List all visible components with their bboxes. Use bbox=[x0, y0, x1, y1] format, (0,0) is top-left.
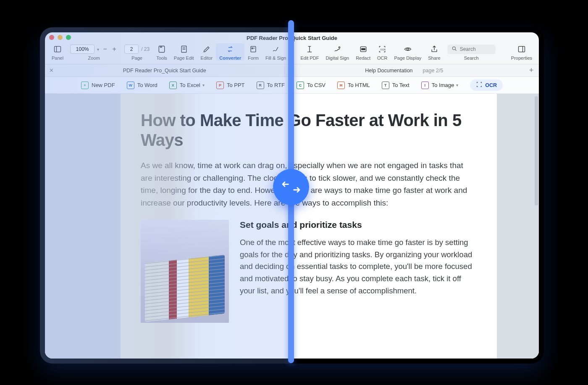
edit-pdf-button[interactable]: Edit PDF bbox=[297, 43, 322, 61]
csv-icon: C bbox=[297, 82, 304, 89]
section-body: One of the most effective ways to make t… bbox=[240, 237, 477, 297]
doc-section: Set goals and prioritize tasks One of th… bbox=[141, 220, 477, 323]
to-text-button[interactable]: TTo Text bbox=[382, 82, 410, 89]
compare-slider-handle[interactable] bbox=[273, 169, 309, 205]
plus-icon: + bbox=[81, 82, 89, 89]
digital-sign-icon bbox=[333, 45, 342, 53]
text-icon: T bbox=[382, 82, 389, 89]
zoom-out-button[interactable]: − bbox=[102, 45, 108, 53]
zoom-input[interactable] bbox=[70, 45, 94, 54]
fill-sign-button[interactable]: Fill & Sign bbox=[262, 43, 290, 61]
ppt-icon: P bbox=[216, 82, 224, 89]
svg-rect-6 bbox=[251, 46, 256, 52]
page-edit-button[interactable]: Page Edit bbox=[171, 43, 197, 61]
editor-icon bbox=[202, 45, 211, 53]
maximize-window-button[interactable] bbox=[66, 35, 71, 40]
search-icon bbox=[452, 46, 457, 53]
redact-icon bbox=[359, 45, 368, 53]
to-word-button[interactable]: WTo Word bbox=[127, 82, 158, 89]
left-gutter bbox=[45, 94, 121, 359]
edit-pdf-icon bbox=[305, 45, 314, 53]
new-pdf-button[interactable]: +New PDF bbox=[81, 82, 115, 89]
ocr-icon: OCR bbox=[378, 45, 387, 53]
svg-point-13 bbox=[407, 48, 409, 50]
svg-line-15 bbox=[455, 49, 456, 50]
svg-rect-7 bbox=[252, 48, 253, 49]
to-csv-button[interactable]: CTo CSV bbox=[297, 82, 326, 89]
converter-button[interactable]: Converter bbox=[216, 43, 244, 61]
search-input[interactable] bbox=[460, 46, 489, 52]
swap-arrows-icon bbox=[281, 179, 302, 195]
properties-button[interactable]: Properties bbox=[508, 43, 536, 61]
share-icon bbox=[430, 45, 439, 53]
editor-button[interactable]: Editor bbox=[197, 43, 216, 61]
to-rtf-button[interactable]: RTo RTF bbox=[257, 82, 285, 89]
svg-rect-16 bbox=[518, 46, 525, 52]
tab-1[interactable]: ✕ PDF Reader Pro_Quick Start Guide bbox=[45, 68, 284, 74]
tab-2[interactable]: Help Documentation page 2/5 bbox=[285, 68, 524, 74]
share-button[interactable]: Share bbox=[425, 43, 444, 61]
tools-button[interactable]: Tools bbox=[153, 43, 171, 61]
properties-icon bbox=[517, 45, 526, 53]
zoom-dropdown-icon[interactable]: ▾ bbox=[97, 47, 99, 52]
ocr-pill-button[interactable]: OCR bbox=[470, 79, 503, 91]
section-heading: Set goals and prioritize tasks bbox=[240, 220, 477, 230]
chevron-down-icon: ▾ bbox=[456, 83, 458, 87]
image-icon: I bbox=[421, 82, 429, 89]
page-total: / 23 bbox=[141, 46, 150, 52]
section-image bbox=[141, 220, 229, 323]
word-icon: W bbox=[127, 82, 134, 89]
panel-button[interactable]: Panel bbox=[48, 43, 67, 61]
right-gutter bbox=[497, 94, 539, 359]
panel-icon bbox=[53, 45, 62, 53]
close-tab-icon[interactable]: ✕ bbox=[49, 67, 54, 74]
zoom-in-button[interactable]: + bbox=[111, 45, 118, 53]
page-display-icon bbox=[403, 45, 412, 53]
ocr-badge-icon bbox=[476, 81, 483, 89]
page-input[interactable] bbox=[124, 45, 139, 54]
rtf-icon: R bbox=[257, 82, 264, 89]
search-group: Search bbox=[444, 43, 499, 61]
fill-sign-icon bbox=[271, 45, 281, 53]
to-excel-button[interactable]: XTo Excel▾ bbox=[169, 82, 205, 89]
minimize-window-button[interactable] bbox=[58, 35, 63, 40]
close-window-button[interactable] bbox=[49, 35, 54, 40]
to-html-button[interactable]: HTo HTML bbox=[337, 82, 370, 89]
form-icon bbox=[249, 45, 258, 53]
window-controls bbox=[49, 35, 71, 40]
tools-icon bbox=[157, 45, 166, 53]
page-control: / 23 Page bbox=[121, 43, 153, 61]
form-button[interactable]: Form bbox=[244, 43, 262, 61]
redact-button[interactable]: Redact bbox=[352, 43, 374, 61]
search-box[interactable] bbox=[447, 45, 496, 54]
excel-icon: X bbox=[169, 82, 177, 89]
page-canvas[interactable]: How to Make Time Go Faster at Work in 5 … bbox=[121, 94, 497, 359]
ocr-toolbar-button[interactable]: OCR OCR bbox=[374, 43, 391, 61]
to-image-button[interactable]: ITo Image▾ bbox=[421, 82, 458, 89]
svg-point-14 bbox=[452, 47, 455, 50]
digital-sign-button[interactable]: Digital Sign bbox=[322, 43, 352, 61]
to-ppt-button[interactable]: PTo PPT bbox=[216, 82, 245, 89]
scrollbar-thumb[interactable] bbox=[535, 96, 538, 206]
page-edit-icon bbox=[179, 45, 189, 53]
html-icon: H bbox=[337, 82, 345, 89]
converter-icon bbox=[226, 45, 235, 53]
new-tab-button[interactable]: + bbox=[524, 66, 539, 75]
zoom-control: ▾ − + Zoom bbox=[67, 43, 121, 61]
tab-label: PDF Reader Pro_Quick Start Guide bbox=[123, 68, 206, 74]
chevron-down-icon: ▾ bbox=[202, 83, 205, 87]
svg-point-9 bbox=[339, 47, 340, 48]
svg-rect-0 bbox=[55, 46, 61, 52]
page-display-button[interactable]: Page Display bbox=[391, 43, 425, 61]
tab-meta: page 2/5 bbox=[423, 68, 444, 74]
svg-rect-11 bbox=[361, 48, 365, 50]
tab-label: Help Documentation bbox=[365, 68, 412, 74]
svg-text:OCR: OCR bbox=[380, 48, 386, 51]
